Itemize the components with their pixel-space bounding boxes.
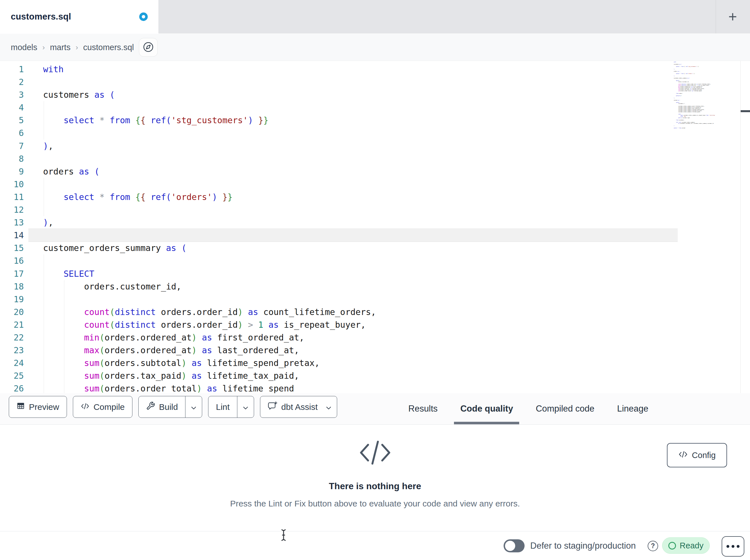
- code-line[interactable]: select * from {{ ref('stg_customers') }}: [28, 114, 750, 127]
- breadcrumb-row: models›marts›customers.sql Save: [0, 34, 750, 61]
- text-cursor-pointer: [279, 528, 288, 543]
- empty-state-title: There is nothing here: [0, 481, 750, 492]
- defer-label: Defer to staging/production: [530, 532, 636, 560]
- line-number: 18: [0, 280, 28, 293]
- preview-button-label: Preview: [29, 402, 59, 412]
- indent-guide: [44, 293, 44, 306]
- code-line[interactable]: SELECT: [28, 267, 750, 280]
- line-number: 24: [0, 357, 28, 369]
- code-editor[interactable]: 1234567891011121314151617181920212223242…: [0, 61, 750, 393]
- line-number: 25: [0, 369, 28, 382]
- code-line[interactable]: count(distinct orders.order_id) > 1 as i…: [28, 318, 750, 331]
- compile-button-label: Compile: [94, 402, 125, 412]
- status-circle-icon: [668, 542, 676, 549]
- indent-guide: [44, 178, 44, 191]
- code-line[interactable]: max(orders.ordered_at) as last_ordered_a…: [28, 344, 750, 357]
- code-line[interactable]: [28, 229, 750, 242]
- code-line[interactable]: select * from {{ ref('orders') }}: [28, 191, 750, 203]
- indent-guide: [44, 101, 44, 114]
- code-line[interactable]: customers as (: [28, 88, 750, 101]
- assistant-chat-icon: [268, 401, 277, 413]
- tab-compiled-code[interactable]: Compiled code: [524, 393, 606, 424]
- build-dropdown-button[interactable]: [185, 396, 202, 417]
- breadcrumb-separator: ›: [76, 43, 78, 52]
- results-tab-bar: ResultsCode qualityCompiled codeLineage: [397, 393, 660, 424]
- status-badge: Ready: [662, 537, 710, 554]
- lint-dropdown-button[interactable]: [237, 396, 254, 417]
- tab-lineage[interactable]: Lineage: [606, 393, 659, 424]
- code-pane[interactable]: withcustomers as ( select * from {{ ref(…: [28, 61, 750, 393]
- editor-minimap[interactable]: with customers as ( select * from {{ ref…: [674, 61, 740, 129]
- tab-code-quality[interactable]: Code quality: [449, 393, 524, 424]
- code-line[interactable]: [28, 152, 750, 165]
- new-tab-button[interactable]: +: [722, 0, 744, 34]
- chevron-down-icon: [326, 402, 331, 412]
- code-line[interactable]: customer_orders_summary as (: [28, 242, 750, 254]
- config-button[interactable]: Config: [667, 443, 727, 468]
- code-line[interactable]: sum(orders.subtotal) as lifetime_spend_p…: [28, 357, 750, 369]
- breadcrumb-item[interactable]: marts: [50, 43, 71, 52]
- dot-icon: [732, 545, 734, 548]
- file-tab-customers-sql[interactable]: customers.sql: [0, 0, 159, 34]
- code-line[interactable]: [28, 203, 750, 216]
- line-number: 10: [0, 178, 28, 191]
- code-line[interactable]: sum(orders.order_total) as lifetime_spen…: [28, 382, 750, 393]
- help-icon[interactable]: ?: [648, 541, 658, 551]
- line-number: 6: [0, 127, 28, 139]
- lint-button[interactable]: Lint: [208, 396, 254, 418]
- code-line[interactable]: orders.customer_id,: [28, 280, 750, 293]
- empty-state-subtitle: Press the Lint or Fix button above to ev…: [0, 499, 750, 509]
- line-number: 3: [0, 88, 28, 101]
- code-line[interactable]: count(distinct orders.order_id) as count…: [28, 306, 750, 318]
- dbt-assist-button[interactable]: dbt Assist: [260, 396, 337, 418]
- chevron-down-icon: [243, 402, 248, 412]
- file-info-button[interactable]: [139, 38, 158, 57]
- line-number: 9: [0, 165, 28, 178]
- dbt-assist-button-label: dbt Assist: [281, 402, 318, 412]
- line-number: 5: [0, 114, 28, 127]
- more-options-button[interactable]: [722, 536, 744, 557]
- indent-guide: [64, 293, 64, 306]
- code-line[interactable]: ),: [28, 216, 750, 229]
- code-line[interactable]: ),: [28, 140, 750, 152]
- wrench-icon: [146, 401, 155, 412]
- code-line[interactable]: min(orders.ordered_at) as first_ordered_…: [28, 331, 750, 344]
- line-number: 17: [0, 267, 28, 280]
- code-line[interactable]: [28, 178, 750, 191]
- code-line[interactable]: [28, 127, 750, 139]
- dot-icon: [727, 545, 729, 548]
- dbt-ide-window: customers.sql + models›marts›customers.s…: [0, 0, 750, 560]
- line-number: 2: [0, 76, 28, 88]
- line-number: 21: [0, 318, 28, 331]
- code-line[interactable]: sum(orders.tax_paid) as lifetime_tax_pai…: [28, 369, 750, 382]
- code-line[interactable]: [28, 254, 750, 267]
- tab-results[interactable]: Results: [397, 393, 449, 424]
- build-button[interactable]: Build: [138, 396, 202, 418]
- code-line[interactable]: orders as (: [28, 165, 750, 178]
- preview-button[interactable]: Preview: [9, 396, 67, 418]
- compile-button[interactable]: Compile: [73, 396, 133, 418]
- line-number: 11: [0, 191, 28, 203]
- code-line[interactable]: with: [28, 63, 750, 76]
- unsaved-changes-dot-icon: [139, 13, 148, 21]
- table-icon: [17, 402, 25, 412]
- defer-toggle[interactable]: [504, 539, 525, 552]
- code-line[interactable]: [28, 293, 750, 306]
- indent-guide: [44, 203, 44, 216]
- breadcrumb-item[interactable]: customers.sql: [83, 43, 134, 52]
- line-number: 15: [0, 242, 28, 254]
- dbt-assist-dropdown[interactable]: [325, 396, 337, 417]
- breadcrumb-separator: ›: [42, 43, 45, 52]
- code-line[interactable]: [28, 101, 750, 114]
- breadcrumb: models›marts›customers.sql: [11, 34, 134, 61]
- breadcrumb-item[interactable]: models: [11, 43, 37, 52]
- code-line[interactable]: [28, 76, 750, 88]
- line-number: 16: [0, 254, 28, 267]
- line-number: 22: [0, 331, 28, 344]
- line-number: 4: [0, 101, 28, 114]
- line-number: 19: [0, 293, 28, 306]
- config-button-label: Config: [692, 451, 716, 460]
- line-number: 14: [0, 229, 28, 242]
- scrollbar-thumb[interactable]: [741, 110, 750, 112]
- build-button-label: Build: [159, 402, 178, 412]
